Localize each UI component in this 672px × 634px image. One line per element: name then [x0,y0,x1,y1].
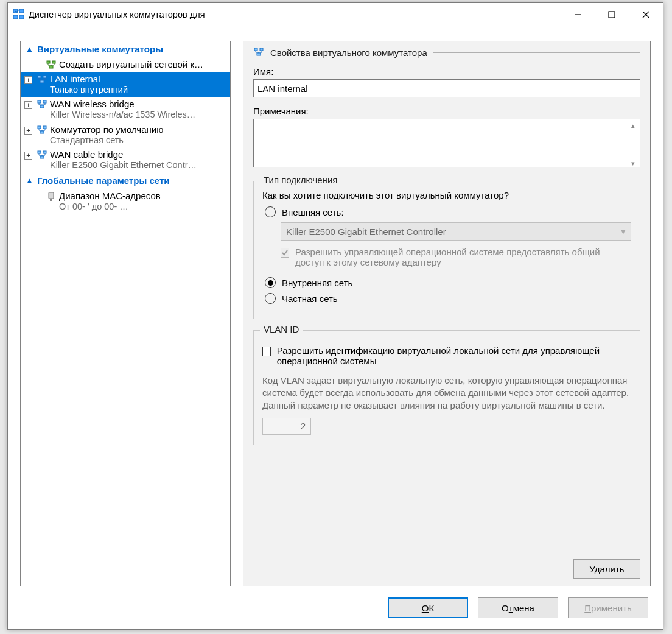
allow-mgmt-os-checkbox: Разрешить управляющей операционной систе… [281,247,631,267]
svg-rect-26 [260,48,263,51]
notes-label: Примечания: [253,106,640,116]
tree-item-label: Коммутатор по умолчанию [50,124,228,135]
svg-rect-21 [43,151,46,153]
tree-item-sublabel: Только внутренний [50,85,228,95]
radio-external-label: Внешняя сеть: [282,207,344,217]
radio-internal-label: Внутренняя сеть [282,278,352,288]
tree-section-switches[interactable]: ▲ Виртуальные коммутаторы [21,41,230,57]
expand-toggle[interactable]: + [24,127,32,135]
tree-section-global[interactable]: ▲ Глобальные параметры сети [21,173,230,189]
connection-type-legend: Тип подключения [260,175,341,185]
svg-rect-18 [43,126,46,129]
vlan-enable-checkbox[interactable]: Разрешить идентификацию виртуальной лока… [262,345,631,366]
tree-item-lan-internal[interactable]: + LAN internal Только внутренний [21,72,230,97]
maximize-button[interactable] [595,3,629,26]
svg-rect-9 [52,61,55,63]
new-switch-icon [45,60,57,69]
svg-rect-5 [609,12,615,18]
chevron-down-icon: ▾ [621,226,626,237]
expand-toggle[interactable]: + [24,152,32,160]
svg-rect-24 [50,199,52,201]
svg-rect-16 [40,105,44,108]
checkbox-icon [262,347,271,356]
tree-item-label: Диапазон MAC-адресов [59,191,228,202]
radio-icon [265,293,276,304]
mac-range-icon [45,192,57,202]
notes-textarea[interactable] [253,119,640,167]
expand-toggle[interactable]: + [24,101,32,109]
tree-item-wan-cable[interactable]: + WAN cable bridge Killer E2500 Gigabit … [21,147,230,172]
svg-rect-12 [43,76,46,78]
dialog-footer: ОК Отмена Применить [8,597,663,618]
tree-section-switches-label: Виртуальные коммутаторы [37,44,163,54]
radio-external[interactable]: Внешняя сеть: [265,206,631,217]
svg-rect-13 [40,80,44,83]
tree-item-create-switch[interactable]: Создать виртуальный сетевой к… [21,57,230,72]
window-controls [561,3,663,26]
external-adapter-value: Killer E2500 Gigabit Ethernet Controller [286,227,446,237]
switch-icon [36,125,48,134]
tree-item-sublabel: Killer E2500 Gigabit Ethernet Contr… [50,160,228,171]
tree-item-label: LAN internal [50,74,228,85]
ok-button-rest: К [429,603,434,613]
tree-item-sublabel: От 00- ' до 00- … [59,202,228,212]
tree-item-wan-wireless[interactable]: + WAN wireless bridge Killer Wireless-n/… [21,97,230,122]
ok-button[interactable]: ОК [388,597,468,618]
svg-rect-14 [38,100,41,103]
tree-item-mac-range[interactable]: Диапазон MAC-адресов От 00- ' до 00- … [21,189,230,214]
close-button[interactable] [629,3,663,26]
connection-type-group: Тип подключения Как вы хотите подключить… [253,181,640,319]
tree-item-default-switch[interactable]: + Коммутатор по умолчанию Стандартная се… [21,122,230,147]
external-adapter-dropdown[interactable]: Killer E2500 Gigabit Ethernet Controller… [281,222,631,241]
svg-rect-11 [38,76,41,78]
vlan-description: Код VLAN задает виртуальную локальную се… [262,375,631,412]
cancel-button[interactable]: Отмена [478,597,558,618]
svg-rect-2 [13,15,18,19]
tree-item-sublabel: Killer Wireless-n/a/ac 1535 Wireles… [50,110,228,120]
svg-rect-22 [40,156,44,158]
window-title: Диспетчер виртуальных коммутаторов для [25,10,561,19]
chevron-up-icon: ▲ [26,176,33,185]
name-label: Имя: [253,66,640,77]
checkbox-icon [281,248,289,258]
switch-icon [36,75,48,83]
divider [433,52,640,53]
titlebar: Диспетчер виртуальных коммутаторов для [8,3,663,26]
svg-rect-25 [254,48,257,51]
apply-button[interactable]: Применить [568,597,648,618]
switch-tree-panel: ▲ Виртуальные коммутаторы Создать виртуа… [20,41,231,586]
svg-rect-10 [49,66,53,68]
delete-button[interactable]: Удалить [573,559,640,579]
app-icon [13,8,25,22]
svg-rect-3 [19,15,24,19]
switch-icon [36,150,48,159]
svg-rect-1 [19,9,24,13]
svg-rect-8 [47,61,50,63]
switch-icon [36,100,48,108]
expand-toggle[interactable]: + [24,76,32,84]
vlan-legend: VLAN ID [260,324,303,334]
radio-icon [265,206,276,217]
tree-item-label: Создать виртуальный сетевой к… [59,59,228,70]
scroll-down-icon[interactable]: ▾ [628,158,639,168]
section-title: Свойства виртуального коммутатора [270,48,427,58]
svg-rect-27 [257,53,261,55]
radio-internal[interactable]: Внутренняя сеть [265,277,631,288]
tree-item-sublabel: Стандартная сеть [50,135,228,146]
scroll-up-icon[interactable]: ▴ [628,121,639,130]
delete-button-label: Удалить [589,564,624,574]
radio-private-label: Частная сеть [282,294,338,304]
minimize-button[interactable] [561,3,595,26]
svg-rect-23 [49,192,54,199]
vlan-id-input [262,418,311,435]
tree-section-global-label: Глобальные параметры сети [37,175,170,186]
allow-mgmt-os-label: Разрешить управляющей операционной систе… [295,247,631,267]
virtual-switch-manager-dialog: Диспетчер виртуальных коммутаторов для ▲… [7,2,663,630]
radio-private[interactable]: Частная сеть [265,293,631,304]
chevron-up-icon: ▲ [26,44,33,54]
connection-type-question: Как вы хотите подключить этот виртуальны… [262,190,631,200]
name-input[interactable] [253,79,640,97]
switch-properties-panel: Свойства виртуального коммутатора Имя: П… [243,41,651,586]
vlan-group: VLAN ID Разрешить идентификацию виртуаль… [253,330,640,445]
svg-rect-19 [40,131,44,133]
